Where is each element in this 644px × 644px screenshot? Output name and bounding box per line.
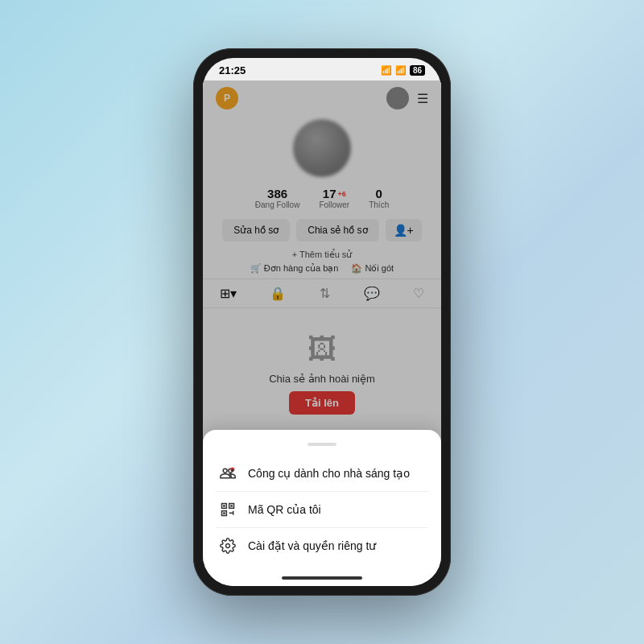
- creator-tools-label: Công cụ dành cho nhà sáng tạo: [248, 467, 410, 480]
- sheet-handle: [308, 443, 336, 446]
- home-bar-line: [282, 576, 362, 580]
- creator-tools-item[interactable]: + Công cụ dành cho nhà sáng tạo: [203, 456, 441, 491]
- svg-rect-7: [223, 512, 225, 514]
- creator-tools-icon: +: [219, 465, 237, 481]
- settings-label: Cài đặt và quyền riêng tư: [248, 539, 376, 552]
- settings-item[interactable]: Cài đặt và quyền riêng tư: [203, 528, 441, 564]
- svg-rect-6: [230, 505, 233, 507]
- signal-icon: 📶: [381, 65, 392, 76]
- home-bar: [203, 570, 441, 586]
- status-time: 21:25: [219, 64, 246, 76]
- wifi-icon: 📶: [395, 65, 407, 76]
- qr-code-item[interactable]: Mã QR của tôi: [203, 492, 441, 527]
- qr-code-label: Mã QR của tôi: [248, 503, 321, 516]
- battery-badge: 86: [410, 65, 425, 76]
- status-icons: 📶 📶 86: [381, 65, 425, 76]
- phone-screen: 21:25 📶 📶 86 P ☰: [203, 58, 441, 586]
- status-bar: 21:25 📶 📶 86: [203, 58, 441, 80]
- svg-rect-5: [223, 505, 225, 507]
- app-content: P ☰ 386 Đang Follow: [203, 80, 441, 570]
- phone-frame: 21:25 📶 📶 86 P ☰: [193, 48, 451, 596]
- bottom-sheet: + Công cụ dành cho nhà sáng tạo: [203, 430, 441, 570]
- svg-point-12: [226, 544, 230, 548]
- qr-code-icon: [219, 502, 237, 518]
- settings-icon: [219, 538, 237, 554]
